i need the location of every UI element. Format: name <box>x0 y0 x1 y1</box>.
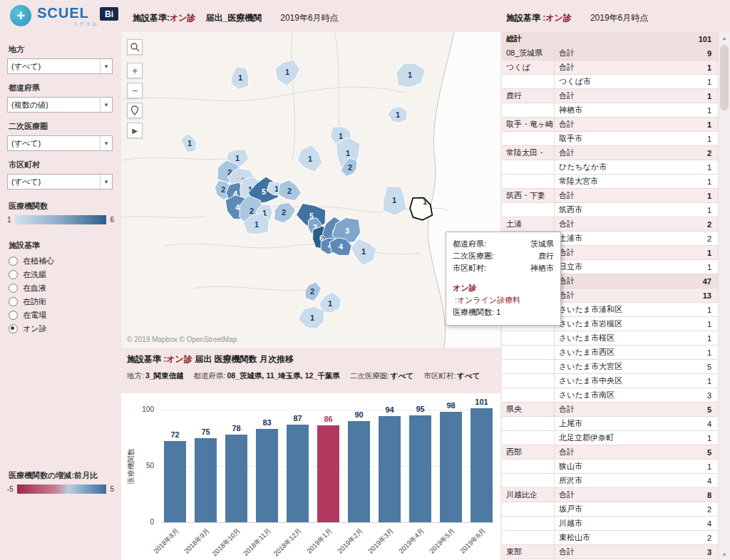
map-region-count: 1 <box>285 68 289 76</box>
bar-value: 87 <box>281 414 314 422</box>
asof-date: 2019年6月時点 <box>590 13 648 23</box>
table-row[interactable]: 常陸大宮市1 <box>502 175 718 189</box>
bar-2019年6月[interactable] <box>471 408 493 522</box>
header-left-title: 施設基準:オン診届出_医療機関2019年6月時点 <box>133 12 339 24</box>
table-row[interactable]: さいたま市南区3 <box>502 388 718 403</box>
map-region-count: 1 <box>328 299 332 308</box>
filter-dropdown-1[interactable]: (複数の値)▾ <box>7 97 113 113</box>
table-row[interactable]: 筑西・下妻合計1 <box>502 189 718 203</box>
table-row[interactable]: 取手市1 <box>502 132 718 146</box>
filter-dropdown-3[interactable]: (すべて)▾ <box>7 174 113 190</box>
table-row[interactable]: 東松山市2 <box>502 531 718 545</box>
table-row[interactable]: 川越比企合計8 <box>502 488 718 502</box>
zoom-out-button[interactable]: − <box>127 83 143 98</box>
filter-dropdown-0[interactable]: (すべて)▾ <box>7 58 113 74</box>
map-pin-button[interactable] <box>127 103 143 118</box>
table-row[interactable]: 坂戸市2 <box>502 502 718 517</box>
bar-2019年4月[interactable] <box>409 415 431 522</box>
scroll-thumb[interactable] <box>720 45 729 110</box>
search-icon <box>130 42 140 52</box>
scroll-down-icon[interactable]: ▼ <box>719 549 730 560</box>
table-row[interactable]: 神栖市1 <box>502 103 718 118</box>
chart-filter: 市区町村:すべて <box>423 371 480 381</box>
map-region-count: 1 <box>235 154 240 162</box>
table-row[interactable]: さいたま市大宮区5 <box>502 360 718 374</box>
table-row[interactable]: さいたま市桜区1 <box>502 331 718 346</box>
bar-2018年12月[interactable] <box>287 425 309 522</box>
zoom-in-button[interactable]: + <box>127 63 143 78</box>
table-row[interactable]: 上尾市4 <box>502 417 718 431</box>
map-region-count: 1 <box>255 220 259 229</box>
table-row[interactable]: 総計101 <box>502 32 718 46</box>
table-row[interactable]: つくば市1 <box>502 75 718 89</box>
table-row[interactable]: 東部合計3 <box>502 545 718 559</box>
bar-value: 95 <box>403 405 437 413</box>
radio-在植補心[interactable]: 在植補心 <box>9 254 120 268</box>
logo-subtext: スクエル <box>73 21 99 28</box>
table-row[interactable]: 筑西市1 <box>502 203 718 217</box>
map-region-count: 1 <box>408 71 412 79</box>
choropleth-map[interactable]: 11111111212124151242121536434411211 1 <box>121 32 500 348</box>
table-row[interactable]: 取手・竜ヶ崎合計1 <box>502 118 718 132</box>
bar-value: 98 <box>434 401 468 410</box>
bar-value: 78 <box>220 424 253 432</box>
bar-2019年2月[interactable] <box>348 421 370 522</box>
facility-standard-value: :オン診 <box>543 13 572 23</box>
table-row[interactable]: 所沢市4 <box>502 474 718 488</box>
table-row[interactable]: 川越市4 <box>502 517 718 531</box>
y-tick: 0 <box>133 518 154 526</box>
diff-legend-min: -5 <box>7 485 14 493</box>
bar-2018年9月[interactable] <box>195 438 217 523</box>
diff-gradient <box>17 484 107 494</box>
radio-在電場[interactable]: 在電場 <box>9 308 120 322</box>
bar-2019年1月[interactable] <box>317 425 339 522</box>
count-gradient <box>15 215 107 224</box>
table-row[interactable]: 狭山市1 <box>502 460 718 474</box>
radio-在血液[interactable]: 在血液 <box>9 281 120 295</box>
chevron-down-icon: ▾ <box>100 59 112 73</box>
y-tick: 100 <box>133 405 154 413</box>
scroll-up-icon[interactable]: ▲ <box>719 32 730 43</box>
map-region-count: 1 <box>238 73 242 82</box>
map-expand-button[interactable]: ▶ <box>127 123 143 138</box>
table-row[interactable]: 鹿行合計1 <box>502 89 718 103</box>
arrow-right-icon: ▶ <box>132 127 138 135</box>
map-region-count: 1 <box>339 132 343 140</box>
table-scrollbar[interactable]: ▲ ▼ <box>718 32 730 560</box>
filter-sidebar: 地方(すべて)▾都道府県(複数の値)▾二次医療圏(すべて)▾市区町村(すべて)▾… <box>7 36 120 560</box>
table-row[interactable]: 県央合計5 <box>502 403 718 417</box>
scuel-logo-icon: + <box>10 5 31 26</box>
bar-2018年8月[interactable] <box>164 441 186 522</box>
chart-plot-area: 医療機関数 100 50 0 722018年8月752018年9月782018年… <box>121 393 500 560</box>
logo-text: SCUEL <box>37 5 89 21</box>
bar-2018年11月[interactable] <box>256 429 278 522</box>
map-region-count: 2 <box>221 185 225 194</box>
table-row[interactable]: さいたま市西区1 <box>502 346 718 360</box>
table-row[interactable]: ひたちなか市1 <box>502 160 718 175</box>
map-region-count: 2 <box>250 207 254 215</box>
tooltip-row: 都道府県:茨城県 <box>453 238 554 250</box>
chart-filter: 二次医療圏:すべて <box>350 371 414 381</box>
table-row[interactable]: さいたま市中央区1 <box>502 374 718 388</box>
filter-dropdown-2[interactable]: (すべて)▾ <box>7 135 113 151</box>
map-tooltip: 都道府県:茨城県二次医療圏:鹿行市区町村:神栖市 オン診 :オンライン診療料 医… <box>446 232 561 326</box>
table-row[interactable]: 西部合計5 <box>502 445 718 460</box>
radio-在訪衛[interactable]: 在訪衛 <box>9 295 120 308</box>
table-row[interactable]: 土浦合計2 <box>502 217 718 232</box>
table-row[interactable]: つくば合計1 <box>502 61 718 75</box>
map-region-count: 3 <box>345 227 349 235</box>
y-tick: 50 <box>133 462 154 470</box>
bar-2019年5月[interactable] <box>440 412 462 522</box>
radio-オン診[interactable]: オン診 <box>9 322 120 336</box>
table-row[interactable]: 常陸太田・合計2 <box>502 146 718 160</box>
chevron-down-icon: ▾ <box>100 175 112 189</box>
chart-filter: 都道府県:08_茨城県, 11_埼玉県, 12_千葉県 <box>194 371 340 381</box>
bar-2019年3月[interactable] <box>379 416 401 522</box>
map-search-button[interactable] <box>127 39 143 55</box>
table-row[interactable]: 08_茨城県合計9 <box>502 46 718 61</box>
table-row[interactable]: 北足立郡伊奈町1 <box>502 431 718 445</box>
map-region-count: 1 <box>346 149 350 157</box>
radio-在洗腸[interactable]: 在洗腸 <box>9 268 120 281</box>
bar-2018年10月[interactable] <box>225 435 247 522</box>
tooltip-row: 二次医療圏:鹿行 <box>453 250 554 262</box>
